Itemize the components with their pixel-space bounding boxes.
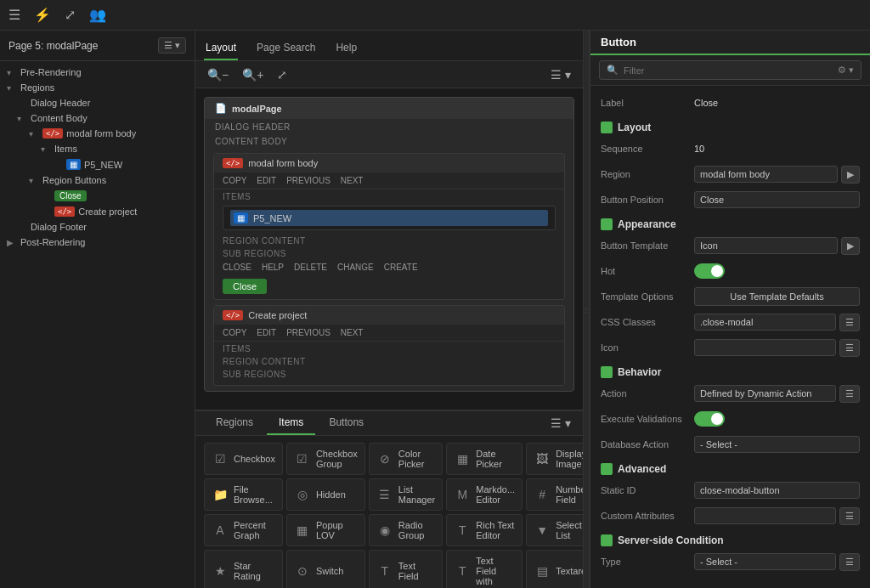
prop-row-hot: Hot	[601, 261, 860, 281]
users-icon[interactable]: 👥	[89, 7, 106, 23]
share-icon[interactable]: ⤢	[65, 7, 76, 23]
delete-sub-action[interactable]: DELETE	[294, 263, 327, 272]
tab-layout[interactable]: Layout	[204, 37, 238, 60]
close-green-button[interactable]: Close	[223, 279, 267, 294]
sidebar-item-close[interactable]: Close	[0, 188, 195, 204]
sidebar-item-dialog-header[interactable]: Dialog Header	[0, 95, 195, 110]
button-template-expand[interactable]: ▶	[841, 237, 860, 255]
button-position-select[interactable]: Close	[694, 191, 860, 208]
type-select[interactable]: - Select -	[694, 553, 836, 570]
prop-row-button-position: Button Position Close	[601, 189, 860, 210]
sidebar-item-items[interactable]: ▾ Items	[0, 141, 195, 156]
grid-item-star-rating[interactable]: ★ Star Rating	[204, 550, 283, 588]
button-template-select[interactable]: Icon	[694, 237, 838, 254]
copy-action[interactable]: COPY	[223, 176, 246, 185]
sidebar-item-create-project[interactable]: </> Create project	[0, 204, 195, 219]
execute-validations-toggle[interactable]	[694, 411, 725, 427]
p5-new-item[interactable]: ▦ P5_NEW	[230, 210, 548, 226]
layout-toggle[interactable]	[601, 122, 613, 133]
zoom-out-button[interactable]: 🔍−	[204, 66, 232, 83]
grid-item-number-field[interactable]: # Number Field	[526, 478, 583, 511]
expand-button[interactable]: ⤢	[274, 66, 291, 83]
grid-item-markdown-editor[interactable]: M Markdo... Editor	[446, 478, 523, 511]
change-sub-action[interactable]: CHANGE	[337, 263, 374, 272]
tab-items[interactable]: Items	[267, 411, 315, 435]
code-icon: </>	[54, 206, 75, 217]
menu-icon[interactable]: ☰	[8, 7, 20, 23]
custom-attributes-input[interactable]	[694, 507, 836, 524]
grid-item-textarea[interactable]: ▤ Textarea	[526, 550, 583, 588]
sidebar-item-p5-new[interactable]: ▦ P5_NEW	[0, 156, 195, 172]
previous-action[interactable]: PREVIOUS	[286, 176, 330, 185]
grid-item-label: Hidden	[316, 489, 346, 500]
grid-item-date-picker[interactable]: ▦ Date Picker	[446, 443, 523, 475]
sidebar-item-dialog-footer[interactable]: Dialog Footer	[0, 219, 195, 235]
database-action-select[interactable]: - Select -	[694, 436, 860, 453]
next-action[interactable]: NEXT	[341, 176, 364, 185]
grid-item-file-browser[interactable]: 📁 File Browse...	[204, 478, 283, 511]
grid-item-list-manager[interactable]: ☰ List Manager	[369, 478, 443, 511]
use-template-button[interactable]: Use Template Defaults	[694, 287, 860, 306]
hot-toggle[interactable]	[694, 263, 725, 279]
create-sub-action[interactable]: CREATE	[384, 263, 418, 272]
grid-item-checkbox-group[interactable]: ☑ Checkbox Group	[286, 443, 365, 475]
grid-item-popup-lov[interactable]: ▦ Popup LOV	[286, 514, 365, 546]
custom-attributes-options[interactable]: ☰	[839, 507, 860, 525]
region-expand-button[interactable]: ▶	[841, 166, 860, 184]
grid-item-label: Percent Graph	[234, 520, 275, 540]
grid-item-color-picker[interactable]: ⊘ Color Picker	[369, 443, 443, 475]
server-condition-toggle[interactable]	[601, 534, 613, 546]
grid-item-checkbox[interactable]: ☑ Checkbox	[204, 443, 283, 475]
filter-input[interactable]	[624, 65, 833, 76]
grid-item-hidden[interactable]: ◎ Hidden	[286, 478, 365, 511]
grid-item-percent-graph[interactable]: A Percent Graph	[204, 514, 283, 546]
type-options[interactable]: ☰	[839, 553, 860, 571]
grid-item-select-list[interactable]: ▼ Select List	[526, 514, 583, 546]
tab-buttons[interactable]: Buttons	[317, 411, 376, 435]
copy2-action[interactable]: COPY	[223, 328, 246, 337]
css-classes-options[interactable]: ☰	[839, 314, 860, 331]
icon-options[interactable]: ☰	[839, 339, 860, 357]
tab-help[interactable]: Help	[334, 37, 359, 60]
center-tabs: Layout Page Search Help	[195, 31, 583, 61]
advanced-toggle[interactable]	[601, 463, 613, 475]
zoom-in-button[interactable]: 🔍+	[239, 66, 267, 83]
appearance-toggle[interactable]	[601, 218, 613, 230]
sidebar-item-pre-rendering[interactable]: ▾ Pre-Rendering	[0, 65, 195, 80]
sidebar-menu-button[interactable]: ☰ ▾	[158, 37, 186, 54]
grid-item-text-field[interactable]: T Text Field	[369, 550, 443, 588]
action-options[interactable]: ☰	[839, 385, 860, 403]
grid-item-radio-group[interactable]: ◉ Radio Group	[369, 514, 443, 546]
grid-item-display-image[interactable]: 🖼 Display Image	[526, 443, 583, 475]
edit-action[interactable]: EDIT	[257, 176, 276, 185]
edit2-action[interactable]: EDIT	[257, 328, 276, 337]
static-id-input[interactable]	[694, 482, 860, 499]
sidebar-item-regions[interactable]: ▾ Regions	[0, 80, 195, 95]
grid-item-rich-text-editor[interactable]: T Rich Text Editor	[446, 514, 523, 546]
options-button[interactable]: ☰ ▾	[547, 66, 574, 83]
tree-item-label: Region Buttons	[42, 175, 106, 185]
action-select[interactable]: Defined by Dynamic Action	[694, 385, 836, 402]
previous2-action[interactable]: PREVIOUS	[286, 328, 330, 337]
sidebar-item-content-body[interactable]: ▾ Content Body	[0, 110, 195, 126]
help-sub-action[interactable]: HELP	[262, 263, 284, 272]
close-sub-action[interactable]: CLOSE	[223, 263, 251, 272]
sidebar-item-region-buttons[interactable]: ▾ Region Buttons	[0, 172, 195, 188]
behavior-toggle[interactable]	[601, 366, 613, 378]
bottom-options-button[interactable]: ☰ ▾	[547, 415, 574, 432]
tab-page-search[interactable]: Page Search	[255, 37, 317, 60]
resize-handle[interactable]: ⋮	[583, 31, 590, 588]
region-label: Region	[601, 169, 694, 179]
sidebar-item-post-rendering[interactable]: ▶ Post-Rendering	[0, 235, 195, 250]
grid-item-switch[interactable]: ⊙ Switch	[286, 550, 365, 588]
next2-action[interactable]: NEXT	[341, 328, 364, 337]
lightning-icon[interactable]: ⚡	[34, 7, 51, 23]
grid-item-text-field-with[interactable]: T Text Field with	[446, 550, 523, 588]
grid-item-label: Color Picker	[398, 449, 435, 469]
css-classes-input[interactable]	[694, 314, 836, 331]
filter-options-icon[interactable]: ⚙ ▾	[838, 65, 854, 76]
region-select[interactable]: modal form body	[694, 166, 838, 183]
icon-input[interactable]	[694, 339, 836, 356]
sidebar-item-modal-form-body[interactable]: ▾ </> modal form body	[0, 126, 195, 141]
tab-regions[interactable]: Regions	[204, 411, 265, 435]
